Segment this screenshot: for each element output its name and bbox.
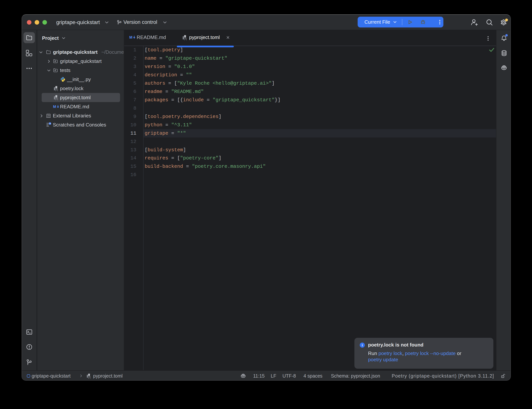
svg-text:[T]: [T] bbox=[55, 98, 58, 100]
svg-text:M: M bbox=[129, 35, 132, 39]
svg-text:[T]: [T] bbox=[55, 88, 58, 91]
svg-text:[T]: [T] bbox=[88, 376, 91, 379]
svg-text:[T]: [T] bbox=[184, 37, 187, 40]
svg-text:M: M bbox=[53, 104, 56, 109]
